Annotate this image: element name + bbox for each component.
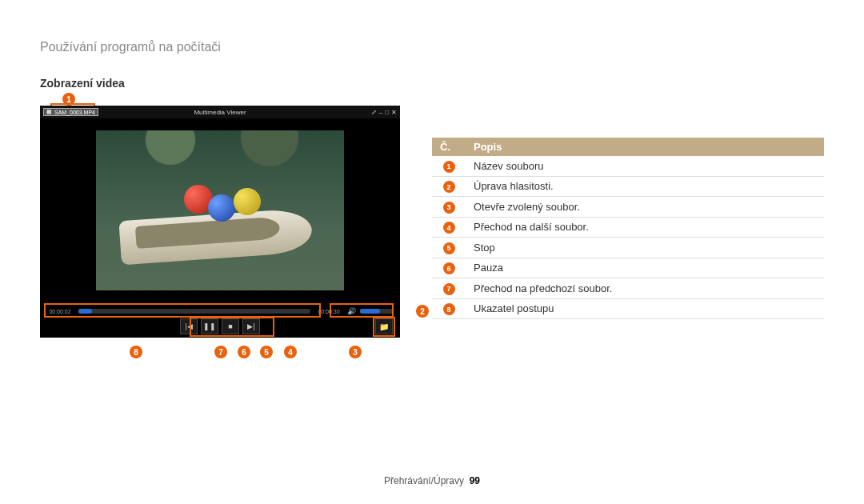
video-still xyxy=(96,130,344,290)
callout-8: 8 xyxy=(130,346,142,358)
row-description: Ukazatel postupu xyxy=(466,298,824,319)
row-description: Název souboru xyxy=(466,156,824,176)
minimize-icon[interactable]: – xyxy=(379,109,382,116)
callout-3: 3 xyxy=(349,346,362,358)
app-title: Multimedia Viewer xyxy=(194,109,246,116)
table-row: 5 Stop xyxy=(432,238,824,258)
volume-slider[interactable] xyxy=(360,309,394,314)
row-number: 6 xyxy=(443,262,455,274)
row-number: 3 xyxy=(443,202,455,214)
close-icon[interactable]: ✕ xyxy=(391,109,397,116)
expand-icon[interactable]: ⤢ xyxy=(371,109,377,116)
footer-breadcrumb: Přehrávání/Úpravy xyxy=(384,475,464,486)
row-description: Přechod na další soubor. xyxy=(466,217,824,238)
row-description: Úprava hlasitosti. xyxy=(466,176,824,197)
col-description: Popis xyxy=(466,138,824,156)
progress-bar[interactable] xyxy=(78,309,310,314)
subtitle: Zobrazení videa xyxy=(40,77,824,90)
open-file-button[interactable]: 📁 xyxy=(375,318,393,334)
section-title: Používání programů na počítači xyxy=(40,40,824,54)
table-row: 2 Úprava hlasitosti. xyxy=(432,176,824,197)
row-description: Otevře zvolený soubor. xyxy=(466,197,824,218)
row-number: 2 xyxy=(443,181,455,193)
callout-2: 2 xyxy=(416,305,429,318)
file-name-text: SAM_0003.MP4 xyxy=(54,110,95,115)
row-number: 4 xyxy=(443,222,455,234)
table-row: 3 Otevře zvolený soubor. xyxy=(432,197,824,218)
player-controls: 00:00:02 00:00:30 🔊 |◀ ❚❚ xyxy=(40,302,400,338)
prev-button[interactable]: |◀ xyxy=(180,318,198,334)
table-row: 8 Ukazatel postupu xyxy=(432,298,824,319)
volume-icon[interactable]: 🔊 xyxy=(347,307,355,315)
video-player-window: ▦ SAM_0003.MP4 Multimedia Viewer ⤢ – □ ✕ xyxy=(40,106,400,338)
col-number: Č. xyxy=(432,138,466,156)
video-frame xyxy=(40,118,400,302)
row-description: Pauza xyxy=(466,258,824,278)
table-row: 7 Přechod na předchozí soubor. xyxy=(432,278,824,299)
callout-4: 4 xyxy=(284,346,297,358)
film-icon: ▦ xyxy=(46,109,52,115)
row-description: Přechod na předchozí soubor. xyxy=(466,278,824,299)
table-row: 4 Přechod na další soubor. xyxy=(432,217,824,238)
row-description: Stop xyxy=(466,238,824,258)
row-number: 5 xyxy=(443,242,455,254)
description-table: Č. Popis 1 Název souboru2 Úprava hlasito… xyxy=(432,138,824,319)
row-number: 8 xyxy=(443,303,455,315)
stop-button[interactable]: ■ xyxy=(222,318,239,334)
next-button[interactable]: ▶| xyxy=(242,318,260,334)
callout-7: 7 xyxy=(214,346,227,358)
page-footer: Přehrávání/Úpravy 99 xyxy=(0,475,864,486)
table-row: 1 Název souboru xyxy=(432,156,824,176)
file-name-tag[interactable]: ▦ SAM_0003.MP4 xyxy=(43,108,98,116)
maximize-icon[interactable]: □ xyxy=(385,109,389,116)
time-current: 00:00:02 xyxy=(46,309,74,314)
pause-button[interactable]: ❚❚ xyxy=(201,318,218,334)
row-number: 7 xyxy=(443,283,455,295)
row-number: 1 xyxy=(443,161,455,173)
callout-1: 1 xyxy=(62,93,75,106)
time-total: 00:00:30 xyxy=(315,309,342,314)
callout-5: 5 xyxy=(260,346,273,358)
titlebar: ▦ SAM_0003.MP4 Multimedia Viewer ⤢ – □ ✕ xyxy=(40,106,400,118)
window-controls[interactable]: ⤢ – □ ✕ xyxy=(371,109,397,116)
callout-6: 6 xyxy=(238,346,250,358)
table-row: 6 Pauza xyxy=(432,258,824,278)
page-number: 99 xyxy=(470,475,480,486)
